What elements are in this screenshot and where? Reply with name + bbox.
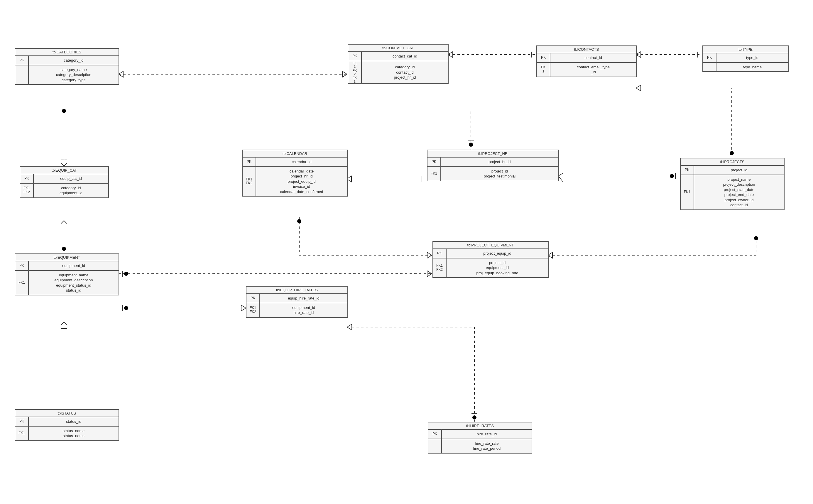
entity-project-hr: tblPROJECT_HR PK project_hr_id FK1 proje…: [427, 150, 559, 181]
body-fields: equipment_idhire_rate_id: [260, 303, 347, 317]
svg-point-27: [670, 174, 674, 178]
pk-field: type_id: [716, 53, 788, 62]
pk-field: project_id: [694, 166, 784, 175]
body-fields: contact_email_type_id: [550, 63, 636, 77]
entity-status: tblSTATUS PK status_id FK1 status_namest…: [15, 409, 119, 441]
pk-field: contact_cat_id: [362, 52, 448, 61]
pk-label: PK: [537, 53, 550, 62]
pk-label: PK: [427, 158, 441, 166]
entity-title: tblTYPE: [703, 46, 788, 53]
body-keys: FK1 FK2: [243, 167, 256, 196]
body-keys: FK1: [681, 175, 694, 209]
entity-title: tblPROJECTS: [681, 158, 784, 166]
entity-equip-cat: tblEQUIP_CAT PK equip_cat_id FK1 FK2 cat…: [20, 166, 109, 198]
entity-title: tblCALENDAR: [243, 150, 347, 158]
entity-categories: tblCATEGORIES PK category_id category_na…: [15, 48, 119, 85]
entity-projects: tblPROJECTS PK project_id FK1 project_na…: [680, 158, 785, 210]
body-keys: FK1 FK2: [246, 303, 260, 317]
pk-label: PK: [243, 158, 256, 166]
pk-label: PK: [20, 174, 34, 183]
svg-point-2: [62, 109, 66, 113]
entity-equip-hire-rates: tblEQUIP_HIRE_RATES PK equip_hire_rate_i…: [246, 286, 348, 318]
pk-label: PK: [428, 430, 442, 439]
body-fields: hire_rate_ratehire_rate_period: [442, 439, 532, 453]
pk-field: status_id: [29, 417, 119, 426]
body-keys: [703, 63, 716, 72]
body-keys: [15, 65, 29, 84]
pk-label: PK: [15, 417, 29, 426]
entity-title: tblEQUIP_CAT: [20, 167, 108, 174]
body-keys: FK1: [15, 271, 29, 295]
er-diagram-canvas: tblCATEGORIES PK category_id category_na…: [0, 0, 813, 504]
pk-label: PK: [15, 56, 29, 65]
entity-title: tblEQUIPMENT: [15, 254, 119, 261]
body-fields: category_namecategory_descriptioncategor…: [29, 65, 119, 84]
body-keys: FK 1: [537, 63, 550, 77]
entity-calendar: tblCALENDAR PK calendar_id FK1 FK2 calen…: [242, 150, 348, 197]
entity-contacts: tblCONTACTS PK contact_id FK 1 contact_e…: [536, 45, 637, 77]
pk-field: equip_cat_id: [34, 174, 108, 183]
entity-title: tblSTATUS: [15, 410, 119, 417]
body-keys: [428, 439, 442, 453]
svg-point-29: [754, 236, 758, 240]
entity-title: tblCONTACT_CAT: [348, 45, 448, 52]
body-keys: FK1 FK2: [433, 258, 447, 278]
entity-title: tblCATEGORIES: [15, 49, 119, 56]
body-keys: FK1: [15, 427, 29, 440]
entity-title: tblPROJECT_HR: [427, 150, 558, 158]
entity-type: tblTYPE PK type_id type_name: [702, 45, 789, 72]
pk-field: project_hr_id: [441, 158, 558, 166]
svg-point-14: [124, 306, 128, 310]
body-fields: project_idequipment_idproj_equip_booking…: [447, 258, 548, 278]
entity-project-equipment: tblPROJECT_EQUIPMENT PK project_equip_id…: [432, 241, 549, 278]
body-keys: FK 1 FK 2 FK 3: [348, 61, 362, 84]
entity-equipment: tblEQUIPMENT PK equipment_id FK1 equipme…: [15, 253, 119, 295]
entity-hire-rates: tblHIRE_RATES PK hire_rate_id hire_rate_…: [428, 422, 532, 454]
pk-label: PK: [703, 53, 716, 62]
body-fields: project_nameproject_descriptionproject_s…: [694, 175, 784, 209]
body-keys: FK1: [427, 167, 441, 181]
pk-field: project_equip_id: [447, 249, 548, 258]
pk-label: PK: [681, 166, 694, 175]
pk-field: equip_hire_rate_id: [260, 294, 347, 303]
svg-point-21: [469, 143, 473, 147]
body-fields: equipment_nameequipment_descriptionequip…: [29, 271, 119, 295]
body-fields: project_idproject_testimonial: [441, 167, 558, 181]
body-fields: category_idequipment_id: [34, 184, 108, 197]
pk-label: PK: [348, 52, 362, 61]
svg-point-19: [730, 151, 734, 155]
pk-field: calendar_id: [256, 158, 347, 166]
pk-field: hire_rate_id: [442, 430, 532, 439]
entity-title: tblEQUIP_HIRE_RATES: [246, 287, 347, 294]
svg-point-5: [62, 247, 66, 251]
entity-title: tblCONTACTS: [537, 46, 636, 53]
svg-point-28: [297, 219, 301, 223]
body-fields: type_name: [716, 63, 788, 72]
pk-label: PK: [15, 261, 29, 270]
body-fields: category_idcontact_idproject_hr_id: [362, 61, 448, 84]
svg-point-11: [124, 272, 128, 276]
entity-title: tblPROJECT_EQUIPMENT: [433, 242, 548, 249]
svg-point-30: [472, 415, 476, 420]
body-fields: calendar_dateproject_hr_idproject_equip_…: [256, 167, 347, 196]
pk-field: equipment_id: [29, 261, 119, 270]
pk-field: category_id: [29, 56, 119, 65]
body-keys: FK1 FK2: [20, 184, 34, 197]
body-fields: status_namestatus_notes: [29, 427, 119, 440]
entity-contact-cat: tblCONTACT_CAT PK contact_cat_id FK 1 FK…: [348, 44, 449, 84]
pk-label: PK: [246, 294, 260, 303]
pk-label: PK: [433, 249, 447, 258]
entity-title: tblHIRE_RATES: [428, 422, 532, 430]
pk-field: contact_id: [550, 53, 636, 62]
